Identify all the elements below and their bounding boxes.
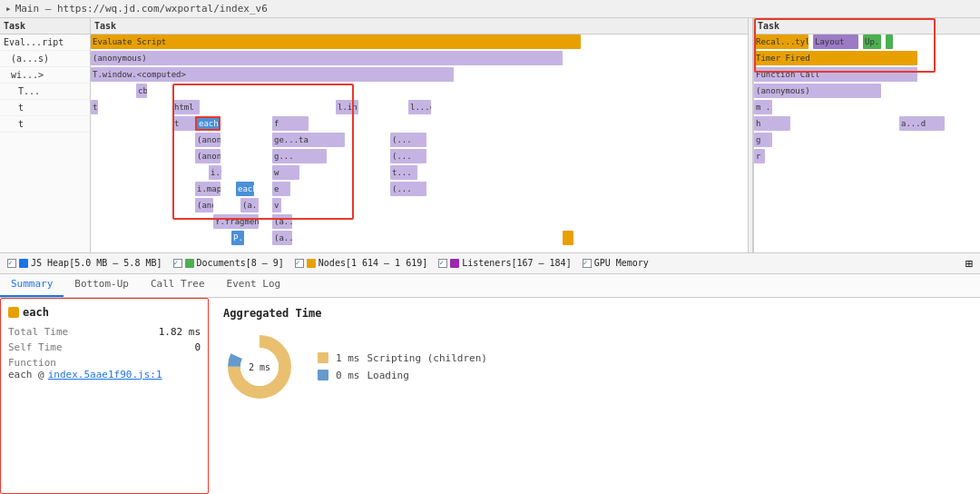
flame-bar[interactable]: T.window.<computed> [91,67,454,82]
left-row-t: T... [0,84,90,100]
function-badge [8,307,19,318]
metric-gpu[interactable]: GPU Memory [583,258,649,268]
flame-bar[interactable]: html [172,100,200,114]
right-flame-bar[interactable]: a...d [899,116,945,131]
metric-documents[interactable]: Documents[8 – 9] [173,258,284,268]
right-flame-bar[interactable]: Recal...tyle [754,35,808,49]
flame-bar[interactable]: (a...) [240,198,259,212]
collapse-button[interactable]: ⊞ [965,256,973,271]
right-flame-bar[interactable]: (anonymous) [754,84,881,98]
flame-bar[interactable]: w [272,165,299,180]
donut-label: 2 ms [249,361,270,371]
tab-call-tree[interactable]: Call Tree [140,274,216,297]
nodes-color [307,259,316,268]
flame-bar[interactable]: Evaluate Script [91,35,581,49]
total-time-label: Total Time [8,326,68,338]
right-flame-bar[interactable]: Timer Fired [754,51,917,65]
right-flame-bar[interactable]: r [754,149,765,163]
flame-bar[interactable]: P... [231,231,244,245]
flame-bar[interactable]: ge...ta [272,133,345,147]
flame-bar[interactable]: (... [390,182,426,196]
self-time-label: Self Time [8,341,63,353]
flame-bar[interactable]: i.map [195,182,220,196]
metric-listeners[interactable]: Listeners[167 – 184] [438,258,571,268]
metric-js-heap[interactable]: JS Heap[5.0 MB – 5.8 MB] [7,258,162,268]
self-time-value: 0 [194,341,201,353]
js-heap-checkbox[interactable] [7,259,16,268]
function-row: Function each @ index.5aae1f90.js:1 [8,357,201,380]
flame-bar[interactable]: l...ow [408,100,431,114]
flame-bar[interactable]: Y.fragment [213,214,259,229]
summary-content: each Total Time 1.82 ms Self Time 0 Func… [0,298,980,494]
flame-bar[interactable]: (... [390,149,426,163]
right-flame-bar[interactable] [886,35,893,49]
documents-color [185,259,194,268]
flame-bar[interactable]: t [91,100,98,114]
tab-summary[interactable]: Summary [0,274,64,297]
gpu-checkbox[interactable] [583,259,592,268]
flame-bar[interactable]: l.in... [336,100,358,114]
flame-bar[interactable]: (anonymous) [195,149,220,163]
flame-bar[interactable]: cb [136,84,147,98]
flame-bar[interactable]: t... [390,165,417,180]
function-link[interactable]: index.5aae1f90.js:1 [48,369,162,380]
gpu-label: GPU Memory [594,258,649,268]
flame-bar[interactable]: each [195,116,220,131]
listeners-checkbox[interactable] [438,259,447,268]
js-heap-label: JS Heap[5.0 MB – 5.8 MB] [31,258,162,268]
tab-bottom-up[interactable]: Bottom-Up [64,274,140,297]
metric-nodes[interactable]: Nodes[1 614 – 1 619] [295,258,427,268]
right-flame-bar[interactable]: g [754,133,772,147]
legend-loading-label: Loading [368,370,409,381]
legend-area: 1 ms Scripting (children) 0 ms Loading [318,352,487,381]
left-panel: Task Eval...ript (a...s) wi...> T... t t [0,18,91,252]
flame-bar[interactable]: g... [272,149,327,163]
nodes-checkbox[interactable] [295,259,304,268]
donut-chart: 2 ms [223,331,296,403]
flame-bar[interactable]: i.fn.<computed> [209,165,221,180]
legend-loading: 0 ms Loading [318,370,487,381]
legend-scripting-label: Scripting (children) [368,352,487,364]
right-flame-bar[interactable]: Up...e [863,35,881,49]
total-time-value: 1.82 ms [159,326,201,338]
flame-bar[interactable]: v [272,198,281,212]
right-flame-bar[interactable]: h [754,116,790,131]
flame-section: Task Eval...ript (a...s) wi...> T... t t… [0,18,980,252]
flame-bar[interactable]: (anonymous) [195,133,220,147]
documents-label: Documents[8 – 9] [197,258,284,268]
summary-function-title: each [8,306,201,319]
left-row-t3: t [0,116,90,133]
top-bar-label: Main — https://wq.jd.com/wxportal/index_… [15,3,268,15]
tab-event-log[interactable]: Event Log [216,274,292,297]
right-flame-bar[interactable]: m . [754,100,772,114]
flame-bar[interactable]: each [236,182,254,196]
flame-bar[interactable]: (a...) [272,231,292,245]
center-panel: Task Evaluate Script(anonymous)T.window.… [91,18,748,252]
flame-bar[interactable]: (... [390,133,426,147]
self-time-row: Self Time 0 [8,341,201,353]
legend-scripting: 1 ms Scripting (children) [318,352,487,364]
flame-bar[interactable]: (anonymous) [195,198,213,212]
aggregated-title: Aggregated Time [223,307,965,320]
flame-bar[interactable]: (a...) [272,214,292,229]
function-row-label: Function [8,357,56,369]
documents-checkbox[interactable] [173,259,182,268]
total-time-row: Total Time 1.82 ms [8,326,201,338]
flame-bar[interactable]: f [272,116,309,131]
flame-bar[interactable]: e [272,182,290,196]
function-prefix: each @ [8,369,44,380]
flame-bar[interactable]: (anonymous) [91,51,563,65]
right-flame-bar[interactable]: Function Call [754,67,917,82]
left-row-a: (a...s) [0,51,90,67]
left-task-header: Task [0,18,90,35]
left-row-wi: wi...> [0,67,90,84]
chart-area: 2 ms 1 ms Scripting (children) 0 ms Load… [223,331,965,403]
right-flame-bar[interactable]: Layout [813,35,858,49]
flame-bar[interactable] [563,231,573,245]
legend-loading-time: 0 ms [336,370,360,381]
main-icon: ▸ [5,3,12,15]
bottom-panel: Summary Bottom-Up Call Tree Event Log ea… [0,274,980,494]
tabs-bar: Summary Bottom-Up Call Tree Event Log [0,274,980,298]
legend-scripting-time: 1 ms [336,352,360,364]
left-row-t2: t [0,100,90,116]
